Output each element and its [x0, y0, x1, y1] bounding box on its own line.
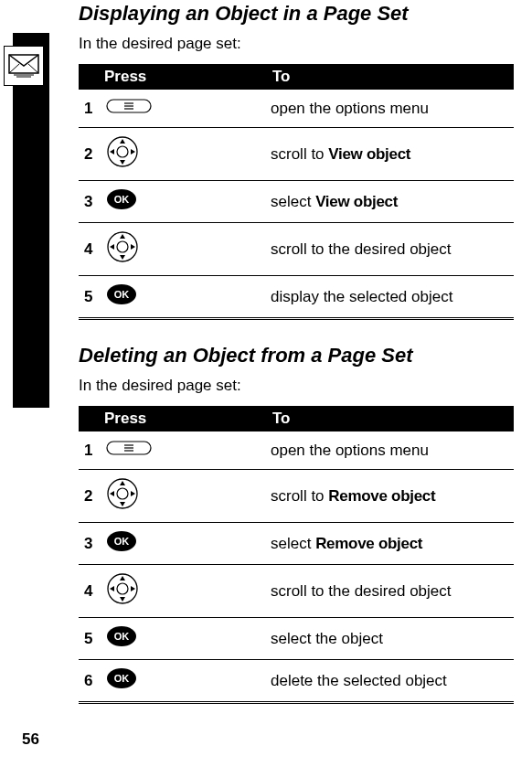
ok-key-icon: OK — [106, 188, 137, 215]
step-number: 1 — [79, 90, 101, 128]
section-intro: In the desired page set: — [79, 35, 514, 53]
svg-text:OK: OK — [114, 631, 130, 642]
menu-option-label: View object — [328, 145, 410, 163]
step-number: 5 — [79, 618, 101, 660]
table-row: 4scroll to the desired object — [79, 565, 514, 618]
press-cell: OK — [101, 181, 265, 223]
to-cell: select the object — [265, 618, 514, 660]
menu-option-label: Remove object — [328, 487, 435, 505]
table-row: 1open the options menu — [79, 90, 514, 128]
press-cell: OK — [101, 523, 265, 565]
to-cell: scroll to Remove object — [265, 470, 514, 523]
table-row: 5OKselect the object — [79, 618, 514, 660]
nav-key-icon — [106, 135, 139, 173]
step-number: 2 — [79, 128, 101, 181]
to-cell: delete the selected object — [265, 660, 514, 703]
to-cell: open the options menu — [265, 90, 514, 128]
ok-key-icon: OK — [106, 283, 137, 310]
svg-text:OK: OK — [114, 194, 130, 205]
section-title: Displaying an Object in a Page Set — [79, 2, 514, 26]
step-number: 4 — [79, 565, 101, 618]
envelope-icon — [4, 46, 44, 86]
table-row: 3OKselect Remove object — [79, 523, 514, 565]
page-number: 56 — [22, 730, 39, 749]
to-cell: select Remove object — [265, 523, 514, 565]
section-title: Deleting an Object from a Page Set — [79, 344, 514, 368]
svg-text:OK: OK — [114, 673, 130, 684]
svg-text:OK: OK — [114, 289, 130, 300]
press-cell: OK — [101, 660, 265, 703]
table-row: 2scroll to Remove object — [79, 470, 514, 523]
to-cell: scroll to the desired object — [265, 223, 514, 276]
svg-point-30 — [117, 488, 128, 499]
svg-text:OK: OK — [114, 536, 130, 547]
col-press: Press — [79, 64, 265, 90]
press-cell — [101, 431, 265, 470]
instruction-table: Press To 1open the options menu2scroll t… — [79, 64, 514, 320]
to-cell: select View object — [265, 181, 514, 223]
press-cell — [101, 223, 265, 276]
to-cell: scroll to View object — [265, 128, 514, 181]
to-cell: open the options menu — [265, 431, 514, 470]
step-number: 6 — [79, 660, 101, 703]
step-number: 3 — [79, 181, 101, 223]
press-cell — [101, 565, 265, 618]
table-row: 3OKselect View object — [79, 181, 514, 223]
menu-option-label: Remove object — [315, 535, 422, 552]
to-cell: scroll to the desired object — [265, 565, 514, 618]
ok-key-icon: OK — [106, 625, 137, 652]
to-cell: display the selected object — [265, 276, 514, 319]
table-row: 2scroll to View object — [79, 128, 514, 181]
svg-point-38 — [117, 583, 128, 594]
step-number: 3 — [79, 523, 101, 565]
nav-key-icon — [106, 230, 139, 268]
press-cell: OK — [101, 618, 265, 660]
nav-key-icon — [106, 572, 139, 610]
table-row: 1open the options menu — [79, 431, 514, 470]
press-cell — [101, 470, 265, 523]
press-cell: OK — [101, 276, 265, 319]
step-number: 2 — [79, 470, 101, 523]
nav-key-icon — [106, 477, 139, 515]
step-number: 4 — [79, 223, 101, 276]
ok-key-icon: OK — [106, 530, 137, 557]
section-intro: In the desired page set: — [79, 377, 514, 395]
step-number: 5 — [79, 276, 101, 319]
menu-key-icon — [106, 97, 152, 120]
instruction-table: Press To 1open the options menu2scroll t… — [79, 406, 514, 704]
table-row: 5OKdisplay the selected object — [79, 276, 514, 319]
menu-option-label: View object — [315, 193, 398, 210]
svg-point-18 — [117, 241, 128, 252]
step-number: 1 — [79, 431, 101, 470]
page-content: Displaying an Object in a Page Set In th… — [79, 0, 514, 704]
svg-point-10 — [117, 146, 128, 157]
press-cell — [101, 90, 265, 128]
col-press: Press — [79, 406, 265, 431]
col-to: To — [265, 406, 514, 431]
table-row: 6OKdelete the selected object — [79, 660, 514, 703]
side-label: Messages and Chat — [29, 165, 46, 302]
menu-key-icon — [106, 439, 152, 462]
press-cell — [101, 128, 265, 181]
col-to: To — [265, 64, 514, 90]
ok-key-icon: OK — [106, 667, 137, 694]
table-row: 4scroll to the desired object — [79, 223, 514, 276]
